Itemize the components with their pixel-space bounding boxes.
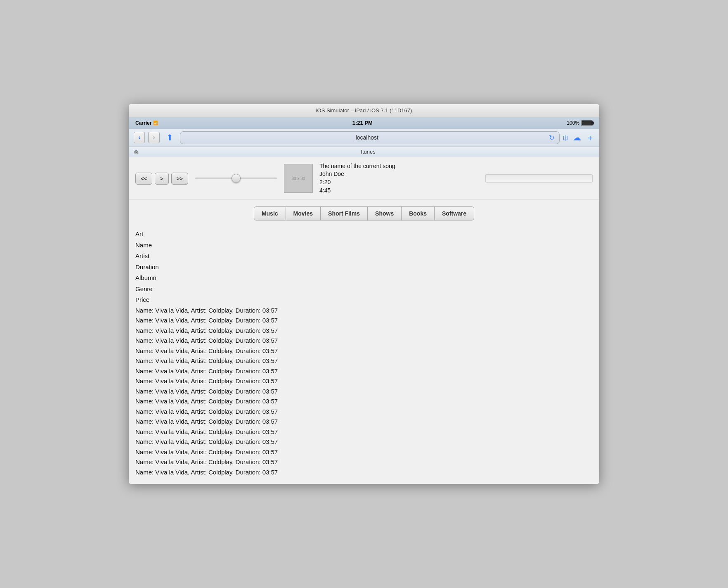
track-item: Name: Viva la Vida, Artist: Coldplay, Du…: [135, 437, 593, 447]
progress-track: [195, 178, 277, 179]
track-field: Artist: [135, 251, 593, 262]
carrier-label: Carrier: [135, 120, 151, 126]
track-field: Genre: [135, 284, 593, 295]
forward-button[interactable]: ›: [148, 132, 159, 143]
volume-bar[interactable]: [485, 174, 593, 183]
track-field: Art: [135, 229, 593, 240]
progress-bar-container[interactable]: [195, 174, 277, 183]
genre-tabs: MusicMoviesShort FilmsShowsBooksSoftware: [129, 200, 599, 227]
progress-thumb[interactable]: [232, 174, 241, 183]
cloud-icon[interactable]: ☁: [573, 133, 581, 142]
track-item: Name: Viva la Vida, Artist: Coldplay, Du…: [135, 386, 593, 397]
track-item: Name: Viva la Vida, Artist: Coldplay, Du…: [135, 356, 593, 366]
track-item: Name: Viva la Vida, Artist: Coldplay, Du…: [135, 396, 593, 407]
tab-movies[interactable]: Movies: [286, 206, 321, 220]
song-current-time: 2:20: [319, 178, 479, 187]
address-bar[interactable]: localhost ↻: [180, 131, 560, 144]
album-art-label: 80 x 80: [292, 176, 305, 181]
url-text: localhost: [185, 134, 549, 141]
song-artist: John Doe: [319, 170, 479, 178]
next-button[interactable]: >>: [171, 173, 188, 185]
track-item: Name: Viva la Vida, Artist: Coldplay, Du…: [135, 417, 593, 427]
player-controls: << > >>: [135, 173, 188, 185]
track-item: Name: Viva la Vida, Artist: Coldplay, Du…: [135, 366, 593, 377]
reload-button[interactable]: ↻: [549, 134, 554, 142]
song-name: The name of the current song: [319, 162, 479, 171]
tab-close-icon[interactable]: ⊗: [134, 149, 139, 155]
add-tab-icon[interactable]: ＋: [586, 132, 594, 143]
browser-toolbar: ‹ › ⬆ localhost ↻ ⎅ ☁ ＋: [129, 129, 599, 147]
status-time: 1:21 PM: [352, 120, 373, 126]
track-list: ArtNameArtistDurationAlbumnGenrePriceNam…: [129, 227, 599, 484]
track-item: Name: Viva la Vida, Artist: Coldplay, Du…: [135, 346, 593, 356]
player-section: << > >> 80 x 80 The name of the current …: [129, 157, 599, 200]
tab-shows[interactable]: Shows: [368, 206, 402, 220]
prev-button[interactable]: <<: [135, 173, 152, 185]
wifi-icon: 📶: [153, 121, 158, 125]
tab-title: Itunes: [142, 149, 594, 155]
reader-icon[interactable]: ⎅: [563, 133, 568, 142]
tab-software[interactable]: Software: [435, 206, 474, 220]
tab-bar: ⊗ Itunes: [129, 147, 599, 157]
track-field: Duration: [135, 262, 593, 273]
tab-short-films[interactable]: Short Films: [321, 206, 368, 220]
play-button[interactable]: >: [155, 173, 169, 185]
track-item: Name: Viva la Vida, Artist: Coldplay, Du…: [135, 457, 593, 467]
status-bar: Carrier 📶 1:21 PM 100%: [129, 117, 599, 129]
battery-percent: 100%: [567, 120, 579, 126]
track-item: Name: Viva la Vida, Artist: Coldplay, Du…: [135, 467, 593, 478]
track-item: Name: Viva la Vida, Artist: Coldplay, Du…: [135, 427, 593, 437]
track-item: Name: Viva la Vida, Artist: Coldplay, Du…: [135, 336, 593, 346]
carrier-info: Carrier 📶: [135, 120, 158, 126]
battery-indicator: 100%: [567, 120, 593, 126]
battery-fill: [582, 121, 592, 125]
simulator-window: iOS Simulator – iPad / iOS 7.1 (11D167) …: [129, 104, 599, 484]
track-item: Name: Viva la Vida, Artist: Coldplay, Du…: [135, 326, 593, 336]
track-item: Name: Viva la Vida, Artist: Coldplay, Du…: [135, 306, 593, 316]
battery-bar: [581, 120, 593, 126]
track-field: Price: [135, 294, 593, 306]
track-item: Name: Viva la Vida, Artist: Coldplay, Du…: [135, 407, 593, 417]
song-info: The name of the current song John Doe 2:…: [319, 162, 479, 194]
tab-music[interactable]: Music: [254, 206, 286, 220]
share-button[interactable]: ⬆: [163, 132, 177, 143]
tab-books[interactable]: Books: [402, 206, 435, 220]
toolbar-right: ⎅ ☁ ＋: [563, 132, 594, 143]
album-art: 80 x 80: [284, 164, 313, 193]
content-area: << > >> 80 x 80 The name of the current …: [129, 157, 599, 484]
back-button[interactable]: ‹: [134, 132, 145, 143]
track-item: Name: Viva la Vida, Artist: Coldplay, Du…: [135, 376, 593, 386]
track-item: Name: Viva la Vida, Artist: Coldplay, Du…: [135, 447, 593, 458]
track-field: Albumn: [135, 273, 593, 284]
track-field: Name: [135, 240, 593, 251]
song-total-time: 4:45: [319, 187, 479, 195]
window-title: iOS Simulator – iPad / iOS 7.1 (11D167): [316, 107, 412, 114]
track-item: Name: Viva la Vida, Artist: Coldplay, Du…: [135, 315, 593, 326]
title-bar: iOS Simulator – iPad / iOS 7.1 (11D167): [129, 104, 599, 117]
